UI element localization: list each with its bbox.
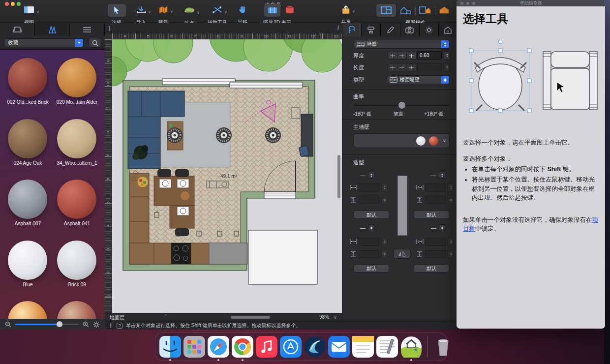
- tab-camera[interactable]: [400, 23, 420, 37]
- viewmode-2d-plan-button[interactable]: [376, 4, 396, 17]
- length-stepper[interactable]: [444, 63, 450, 71]
- horizontal-scrollbar[interactable]: [182, 316, 368, 319]
- main-wall-material-well[interactable]: ∨: [354, 133, 450, 148]
- viewmode-3d-button[interactable]: [439, 6, 450, 16]
- default-button-2[interactable]: 默认: [414, 211, 449, 219]
- profile-selector-bottom-left[interactable]: [368, 224, 374, 231]
- toolbar-3d-button[interactable]: [285, 5, 295, 17]
- zoom-chevron-icon[interactable]: ∨: [334, 314, 337, 320]
- profile-width-stepper-3[interactable]: [381, 238, 388, 246]
- toolbar-pan-button[interactable]: 平移: [238, 5, 247, 15]
- material-sphere[interactable]: [57, 301, 96, 319]
- object-type-dropdown[interactable]: 墙壁: [354, 40, 450, 49]
- dock-textedit-icon[interactable]: [376, 336, 398, 358]
- profile-height-field-1[interactable]: [359, 196, 379, 204]
- tab-edit[interactable]: [381, 23, 400, 37]
- ceiling-fan[interactable]: [265, 127, 281, 143]
- layer-stepper-icon[interactable]: ⌃: [164, 314, 168, 319]
- tab-furniture[interactable]: [0, 23, 35, 36]
- help-question-icon[interactable]: ?: [117, 323, 122, 329]
- dock-wave-app-icon[interactable]: [304, 336, 326, 358]
- dock-music-icon[interactable]: [256, 336, 277, 358]
- toolbar-share-button[interactable]: ∨ 共享: [341, 5, 350, 15]
- profile-height-field-2[interactable]: [425, 196, 446, 204]
- profile-width-field-4[interactable]: [425, 238, 446, 246]
- material-sphere[interactable]: [8, 180, 47, 219]
- drag-handle-icon[interactable]: [108, 26, 112, 31]
- profile-width-stepper-4[interactable]: [448, 238, 454, 246]
- tab-object-properties[interactable]: [342, 23, 362, 37]
- search-button[interactable]: [89, 38, 101, 48]
- tab-materials[interactable]: [35, 23, 70, 36]
- help-minimize-button[interactable]: [466, 2, 469, 5]
- help-close-button[interactable]: [460, 2, 463, 5]
- dock-safari-icon[interactable]: [208, 336, 229, 358]
- material-sphere[interactable]: [8, 119, 47, 158]
- toolbar-select-button[interactable]: [108, 4, 126, 17]
- viewmode-split-button[interactable]: [419, 6, 431, 16]
- length-align-segment[interactable]: [388, 63, 417, 71]
- collection-dropdown[interactable]: 收藏: [4, 38, 84, 47]
- dock-launchpad-icon[interactable]: [183, 336, 205, 358]
- slider-thumb[interactable]: [57, 321, 62, 327]
- dock-mail-icon[interactable]: [328, 336, 350, 358]
- stove[interactable]: [171, 243, 191, 264]
- profile-height-stepper-3[interactable]: [381, 250, 388, 258]
- material-sphere-red[interactable]: [429, 136, 438, 146]
- thumbnail-size-slider[interactable]: [15, 324, 79, 325]
- material-sphere[interactable]: [57, 58, 96, 97]
- material-sphere[interactable]: [8, 58, 47, 97]
- counter-gray[interactable]: [209, 243, 247, 264]
- material-sphere[interactable]: [57, 241, 96, 280]
- dock-notes-icon[interactable]: [352, 336, 374, 358]
- profile-height-stepper-4[interactable]: [448, 250, 454, 258]
- chair[interactable]: [157, 169, 171, 177]
- mirror-button[interactable]: [394, 249, 410, 259]
- toolbar-view-button[interactable]: ∨ 视图: [24, 6, 34, 15]
- thickness-align-segment[interactable]: [388, 52, 417, 60]
- default-button-4[interactable]: 默认: [414, 264, 449, 273]
- chair[interactable]: [175, 228, 189, 236]
- zoom-button[interactable]: [17, 2, 21, 6]
- profile-selector-bottom-right[interactable]: [439, 224, 445, 231]
- zoom-in-icon[interactable]: [83, 321, 89, 328]
- default-button-3[interactable]: 默认: [354, 264, 389, 273]
- material-sphere[interactable]: [8, 241, 47, 280]
- profile-height-stepper-1[interactable]: [381, 196, 388, 204]
- zoom-out-icon[interactable]: [5, 321, 11, 328]
- dock-finder-icon[interactable]: [159, 336, 181, 358]
- layer-selector[interactable]: 地面层: [110, 314, 124, 321]
- default-button-1[interactable]: 默认: [354, 211, 389, 219]
- material-sphere[interactable]: [8, 301, 47, 319]
- ceiling-fan[interactable]: [167, 127, 183, 143]
- status-drag-handle[interactable]: [109, 323, 113, 328]
- desk-chair[interactable]: [299, 146, 309, 156]
- profile-width-field-1[interactable]: [359, 183, 379, 192]
- curvature-slider-thumb[interactable]: [398, 102, 405, 109]
- floor-plan-canvas[interactable]: 49.1 m²: [112, 39, 342, 313]
- wall-type-dropdown[interactable]: 楼层墙壁: [387, 75, 450, 84]
- curvature-slider[interactable]: [354, 105, 450, 106]
- chair[interactable]: [175, 169, 189, 177]
- toolbar-2d-button[interactable]: [264, 4, 280, 17]
- profile-width-field-2[interactable]: [425, 183, 446, 192]
- toolbar-import-button[interactable]: ∨ 导入: [136, 6, 146, 15]
- dock-chrome-icon[interactable]: [232, 336, 253, 358]
- material-sphere[interactable]: [57, 180, 96, 219]
- scrollbar-thumb[interactable]: [231, 316, 270, 319]
- length-field[interactable]: [417, 63, 442, 71]
- tab-building-properties[interactable]: [439, 23, 458, 37]
- dock-app-store-icon[interactable]: [280, 336, 302, 358]
- profile-height-field-3[interactable]: [359, 250, 379, 258]
- tab-project-tree[interactable]: [70, 23, 105, 36]
- dock-live-home-3d-icon[interactable]: [400, 336, 422, 358]
- thickness-field[interactable]: 0.60: [417, 51, 442, 60]
- toolbar-aux-tools-button[interactable]: ∨ 辅助工具: [213, 6, 222, 15]
- profile-selector-top-right[interactable]: [439, 172, 445, 179]
- profile-width-stepper-1[interactable]: [381, 183, 388, 192]
- material-sphere-white[interactable]: [416, 136, 426, 146]
- ceiling-fan[interactable]: [216, 127, 232, 143]
- help-titlebar[interactable]: 帮助指导器: [457, 0, 605, 6]
- gear-icon[interactable]: [93, 321, 100, 328]
- viewmode-elevation-button[interactable]: [399, 6, 411, 16]
